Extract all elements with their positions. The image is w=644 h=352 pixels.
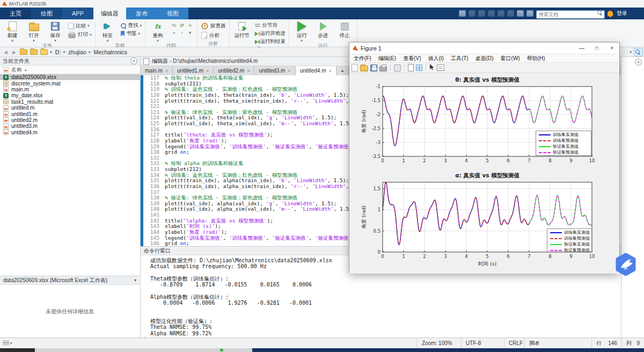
close-button[interactable]: × [604,42,619,54]
panel-menu-icon[interactable]: ▾ [130,58,137,64]
list-item[interactable]: untitled2.m [0,117,140,123]
windows-taskbar[interactable] [0,348,644,352]
taskbar-app-icon[interactable] [220,349,223,351]
code-tool-icon[interactable]: ▪ [170,30,178,37]
cut-icon[interactable] [469,10,475,17]
new-figure-icon[interactable] [352,64,358,71]
ribbon-button-打开[interactable]: 打开▾ [25,20,43,42]
ribbon-tab-home[interactable]: 主页 [0,8,31,19]
breadcrumb-segment[interactable]: zhujiao [68,49,86,55]
ribbon-button-运行到结束[interactable]: 运行到结束 [254,38,286,45]
editor-tab-untitled4.m[interactable]: untitled4.m× [296,66,336,75]
ribbon-tab-view[interactable]: 视图 [157,8,188,19]
figure-menu-item[interactable]: 编辑(E) [378,55,396,62]
ribbon-button-打印[interactable]: 打印▾ [68,31,92,39]
figure-menu-item[interactable]: 插入(I) [428,55,443,62]
login-link[interactable]: 登录 [617,10,627,17]
ribbon-button-新建[interactable]: 新建▾ [3,20,21,42]
ribbon-button-比较[interactable]: 比较▾ [68,22,92,30]
editor-tab-main.m[interactable]: main.m× [141,66,173,75]
list-item[interactable]: untitled3.m [0,123,140,129]
print-icon[interactable] [379,66,387,71]
file-list-column-header[interactable]: 名称 ▴ [0,66,140,74]
ribbon-tab-publish[interactable]: 发布 [126,8,157,19]
code-tool-icon[interactable]: % [170,23,178,30]
close-icon[interactable]: × [329,68,332,74]
property-inspector-icon[interactable] [437,64,444,71]
ribbon-button-分节符[interactable]: 分节符 [254,22,286,29]
open-icon[interactable] [360,66,368,71]
code-tool-icon[interactable]: ≡ [186,23,194,30]
file-preview-header[interactable]: data20250609.xlsx (Microsoft Excel 工作表) … [0,276,140,285]
code-tool-icon[interactable]: ⇄ [178,23,186,30]
list-item[interactable]: discrete_system.mat [0,80,140,86]
redo-icon[interactable] [507,10,514,17]
editor-tab-untitled3.m[interactable]: untitled3.m× [254,66,295,75]
ribbon-button-重构[interactable]: fx重构▾ [149,20,167,42]
ribbon-tab-editor[interactable]: 编辑器 [93,8,126,19]
breadcrumb-segment[interactable]: Mechatronics [94,49,127,55]
ribbon-button-运行并前进[interactable]: 运行并前进 [254,30,286,37]
save-icon[interactable] [459,10,466,17]
ribbon-button-分析[interactable]: 分析 [201,31,226,40]
ribbon-button-书签[interactable]: 书签▾ [120,30,142,37]
bird-badge-icon[interactable] [615,253,636,276]
status-zoom[interactable]: Zoom: 100% [417,338,461,348]
undo-icon[interactable] [497,10,504,17]
figure-canvas[interactable]: 012345678910-1-1.5-2-2.5-3-3.5θ: 真实值 vs … [349,73,619,274]
status-menu-icon[interactable] [3,341,9,346]
ribbon-button-转至[interactable]: 转至▾ [99,20,117,42]
figure-menu-item[interactable]: 桌面(D) [475,55,494,62]
figure-menu-item[interactable]: 查看(V) [403,55,421,62]
editor-tab-untitled1.m[interactable]: untitled1.m× [173,66,214,75]
ribbon-button-运行[interactable]: 运行▾ [292,20,311,42]
code-tool-icon[interactable]: ▫ [178,30,186,37]
breadcrumb[interactable]: ▸D:▸zhujiao▸Mechatronics [50,49,127,55]
list-item[interactable]: Xdata20250609.xlsx [0,74,140,80]
search-folder-icon[interactable] [634,48,643,56]
list-item[interactable]: untitled4.m [0,130,140,135]
copy-icon[interactable] [394,64,401,71]
close-icon[interactable]: × [247,68,250,74]
status-line-ending[interactable]: CRLF [504,338,524,348]
close-icon[interactable]: × [288,68,290,74]
paste-icon[interactable] [488,10,495,17]
maximize-button[interactable]: □ [589,42,604,54]
notifications-bell-icon[interactable] [608,11,613,16]
ribbon-button-运行节[interactable]: 运行节 [233,20,251,39]
breadcrumb-segment[interactable]: D: [55,49,61,55]
figure-titlebar[interactable]: Figure 1 — □ × [349,42,619,54]
folder-browse-icon[interactable] [30,49,38,55]
figure-menu-item[interactable]: 文件(F) [354,55,371,62]
close-icon[interactable]: × [206,68,209,74]
ribbon-button-步进[interactable]: 步进 [314,20,332,39]
close-icon[interactable]: × [165,68,168,74]
pointer-icon[interactable] [429,63,435,73]
list-item[interactable]: main.m [0,87,140,92]
editor-tab-untitled2.m[interactable]: untitled2.m× [214,66,254,75]
ribbon-button-查找[interactable]: 查找▾ [120,22,142,29]
plot-legend[interactable]: 训练集实测值训练集预测值验证集实测值验证集预测值 [547,228,592,252]
chevron-down-icon[interactable]: ▾ [630,50,632,54]
ribbon-tab-apps[interactable]: APP [62,8,93,19]
code-tool-icon[interactable]: ▾ [186,30,194,37]
copy-icon[interactable] [478,10,485,17]
search-icon[interactable] [597,10,603,16]
save-icon[interactable] [370,64,377,71]
switch-window-icon[interactable] [517,10,524,17]
forward-icon[interactable]: ► [11,49,17,55]
back-icon[interactable]: ◄ [3,49,9,55]
list-item[interactable]: Xmy_date.xlsx [0,92,140,98]
new-tab-button[interactable]: + [336,66,349,75]
search-docs-input[interactable] [536,10,605,19]
figure-menu-item[interactable]: 窗口(W) [501,55,520,62]
folder-up-icon[interactable] [20,49,27,55]
ribbon-button-探查器[interactable]: 探查器 [201,22,226,30]
help-icon[interactable] [526,10,533,17]
figure-menu-item[interactable]: 工具(T) [451,55,469,62]
dock-icon[interactable] [408,64,414,71]
figure-menu-item[interactable]: 帮助(H) [527,55,545,62]
list-item[interactable]: untitled1.m [0,111,140,117]
chevron-down-icon[interactable]: ▾ [134,278,136,283]
status-encoding[interactable]: UTF-8 [461,338,504,348]
